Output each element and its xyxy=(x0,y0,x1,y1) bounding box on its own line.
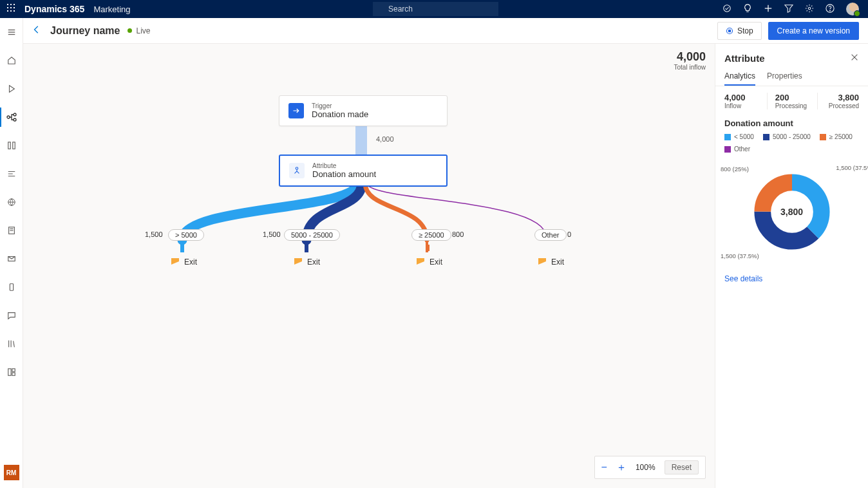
stat-processed-value: 3,800 xyxy=(826,93,859,102)
journey-canvas[interactable]: 4,000 Total inflow Trigger Donation made… xyxy=(23,44,715,488)
stop-button[interactable]: Stop xyxy=(717,22,762,40)
svg-rect-5 xyxy=(14,7,15,8)
total-inflow-label: Total inflow xyxy=(674,64,706,71)
status-dot-icon xyxy=(127,28,132,33)
stat-processing-label: Processing xyxy=(775,102,809,109)
branch-count-4: 0 xyxy=(567,230,571,238)
svg-line-34 xyxy=(13,341,14,348)
tab-properties[interactable]: Properties xyxy=(767,68,802,86)
attribute-name: Donation amount xyxy=(312,169,376,179)
exit-4[interactable]: Exit xyxy=(538,258,564,267)
svg-rect-24 xyxy=(8,142,10,149)
product-name: Dynamics 365 xyxy=(24,4,84,14)
svg-rect-39 xyxy=(728,30,730,32)
donut-chart: 3,800 1,500 (37.5%) 800 (25%) 1,500 (37.… xyxy=(724,160,859,263)
rail-rm-badge[interactable]: RM xyxy=(4,465,19,480)
attribute-icon xyxy=(289,163,305,178)
exit-3[interactable]: Exit xyxy=(417,258,442,267)
rail-journeys-icon[interactable] xyxy=(1,109,22,125)
close-panel-button[interactable] xyxy=(850,53,859,64)
page-header: Journey name Live Stop Create a new vers… xyxy=(23,18,868,44)
svg-point-17 xyxy=(830,10,831,11)
zoom-in-button[interactable]: ＋ xyxy=(616,461,627,474)
plus-icon[interactable] xyxy=(764,4,773,15)
rail-home-icon[interactable] xyxy=(1,53,22,68)
rail-menu-icon[interactable] xyxy=(1,24,22,40)
rail-mail-icon[interactable] xyxy=(1,251,22,267)
svg-point-23 xyxy=(14,118,16,121)
stop-button-label: Stop xyxy=(737,26,753,35)
branch-pill-3[interactable]: ≥ 25000 xyxy=(411,229,451,241)
create-version-button[interactable]: Create a new version xyxy=(768,22,859,40)
rail-flow-icon[interactable] xyxy=(1,166,22,182)
left-rail: RM xyxy=(0,18,23,488)
donut-label-tl: 800 (25%) xyxy=(721,165,749,173)
donut-center-value: 3,800 xyxy=(780,207,803,217)
search-input[interactable] xyxy=(373,2,498,16)
legend-b: 5000 - 25000 xyxy=(773,133,811,140)
svg-point-21 xyxy=(7,116,10,118)
svg-rect-1 xyxy=(10,4,12,5)
rail-play-icon[interactable] xyxy=(1,81,22,97)
stat-inflow-value: 4,000 xyxy=(724,93,758,102)
svg-rect-31 xyxy=(10,284,13,291)
rail-mobile-icon[interactable] xyxy=(1,279,22,295)
assistant-icon[interactable] xyxy=(722,4,731,15)
app-name: Marketing xyxy=(93,5,130,14)
attribute-node[interactable]: Attribute Donation amount xyxy=(279,155,448,187)
gear-icon[interactable] xyxy=(805,4,814,15)
trigger-node[interactable]: Trigger Donation made xyxy=(279,95,448,126)
avatar[interactable] xyxy=(846,3,859,15)
trigger-icon xyxy=(288,103,304,118)
svg-rect-36 xyxy=(12,369,14,371)
exit-label: Exit xyxy=(551,258,564,267)
status-text: Live xyxy=(136,26,150,35)
help-icon[interactable] xyxy=(826,4,835,15)
back-button[interactable] xyxy=(32,25,50,36)
branch-pill-1[interactable]: > 5000 xyxy=(168,229,204,241)
branch-bar-1 xyxy=(180,245,184,251)
zoom-reset-button[interactable]: Reset xyxy=(665,460,699,474)
exit-1[interactable]: Exit xyxy=(171,258,197,267)
svg-point-22 xyxy=(14,113,16,116)
branch-bar-3 xyxy=(426,245,429,251)
rail-form-icon[interactable] xyxy=(1,223,22,238)
rail-segments-icon[interactable] xyxy=(1,138,22,153)
svg-rect-25 xyxy=(12,142,15,149)
exit-flag-icon xyxy=(294,258,302,266)
trigger-type-label: Trigger xyxy=(312,102,368,109)
donut-label-tr: 1,500 (37.5%) xyxy=(836,164,868,171)
attribute-type-label: Attribute xyxy=(312,162,376,169)
exit-flag-icon xyxy=(417,258,424,266)
see-details-link[interactable]: See details xyxy=(724,274,762,283)
rail-globe-icon[interactable] xyxy=(1,194,22,210)
branch-pill-4[interactable]: Other xyxy=(534,229,567,241)
waffle-icon[interactable] xyxy=(5,4,18,15)
svg-rect-2 xyxy=(14,4,15,5)
svg-point-11 xyxy=(724,5,731,12)
lightbulb-icon[interactable] xyxy=(743,4,752,15)
svg-point-41 xyxy=(296,167,298,170)
properties-panel: Attribute Analytics Properties 4,000 Inf… xyxy=(715,44,868,488)
branch-count-2: 1,500 xyxy=(263,230,281,238)
tab-analytics[interactable]: Analytics xyxy=(724,68,755,86)
exit-flag-icon xyxy=(171,258,179,266)
legend-a: < 5000 xyxy=(734,133,754,140)
rail-templates-icon[interactable] xyxy=(1,364,22,380)
rail-chat-icon[interactable] xyxy=(1,308,22,323)
exit-2[interactable]: Exit xyxy=(294,258,320,267)
svg-rect-40 xyxy=(355,124,367,157)
stat-processed-label: Processed xyxy=(826,102,859,109)
legend-c: ≥ 25000 xyxy=(829,133,853,140)
donut-legend: < 5000 5000 - 25000 ≥ 25000 Other xyxy=(715,133,868,156)
branch-pill-2[interactable]: 5000 - 25000 xyxy=(284,229,340,241)
section-title: Donation amount xyxy=(715,116,868,133)
exit-label: Exit xyxy=(307,258,320,267)
total-inflow-value: 4,000 xyxy=(674,50,706,64)
rail-library-icon[interactable] xyxy=(1,336,22,352)
zoom-out-button[interactable]: − xyxy=(601,462,607,473)
svg-rect-3 xyxy=(7,7,8,8)
top-right-icons xyxy=(722,3,863,15)
zoom-percent: 100% xyxy=(636,463,656,472)
filter-icon[interactable] xyxy=(784,4,793,15)
